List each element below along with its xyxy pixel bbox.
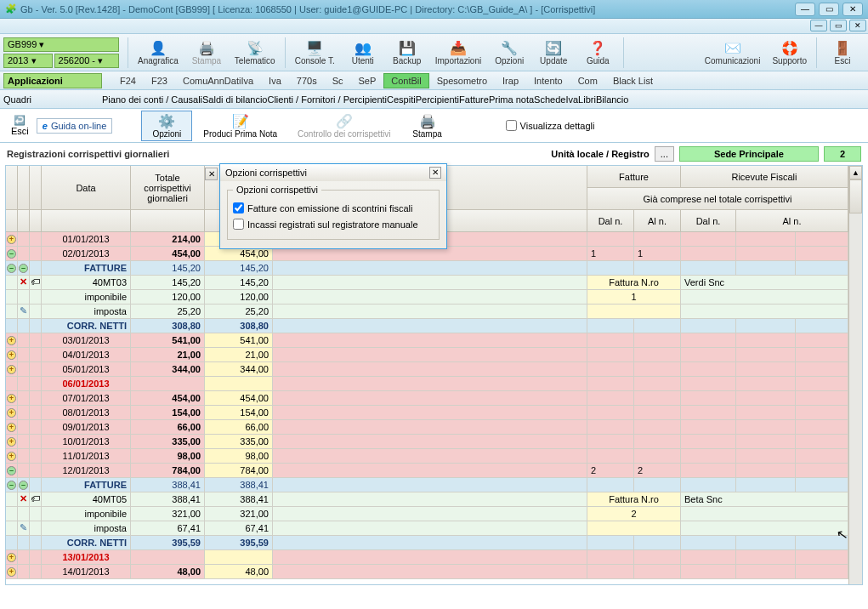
table-cell[interactable] bbox=[273, 420, 587, 435]
nav1-tab-spesometro[interactable]: Spesometro bbox=[429, 73, 495, 88]
esci-button[interactable]: 🚪Esci bbox=[820, 37, 865, 68]
table-cell[interactable] bbox=[736, 232, 796, 247]
table-cell[interactable] bbox=[18, 565, 30, 579]
table-cell[interactable] bbox=[273, 290, 587, 304]
table-cell[interactable] bbox=[634, 391, 681, 406]
table-cell[interactable] bbox=[18, 391, 30, 406]
tag-icon[interactable]: 🏷 bbox=[31, 276, 40, 287]
table-cell[interactable]: 154,00 bbox=[205, 406, 273, 420]
table-cell[interactable] bbox=[681, 478, 736, 492]
table-cell[interactable]: 454,00 bbox=[205, 391, 273, 406]
expand-icon[interactable]: + bbox=[7, 437, 16, 447]
table-cell[interactable] bbox=[796, 362, 848, 377]
close-button[interactable]: ✕ bbox=[842, 3, 863, 16]
table-cell[interactable]: 335,00 bbox=[205, 435, 273, 449]
table-cell[interactable] bbox=[634, 333, 681, 348]
table-cell[interactable] bbox=[18, 348, 30, 362]
table-cell[interactable] bbox=[681, 536, 736, 550]
table-cell[interactable] bbox=[681, 290, 848, 304]
table-cell[interactable]: 48,00 bbox=[131, 565, 205, 579]
table-cell[interactable]: 25,20 bbox=[131, 304, 205, 319]
nav1-tab-770s[interactable]: 770s bbox=[289, 73, 325, 88]
table-cell[interactable]: 784,00 bbox=[205, 464, 273, 478]
table-cell[interactable] bbox=[30, 391, 42, 406]
col-gia[interactable]: Già comprese nel totale corrispettivi bbox=[587, 188, 848, 210]
table-cell[interactable] bbox=[796, 377, 848, 391]
table-cell[interactable] bbox=[587, 377, 634, 391]
expand-icon[interactable]: + bbox=[7, 423, 16, 432]
edit-icon[interactable]: ✎ bbox=[20, 522, 27, 532]
table-cell[interactable] bbox=[587, 536, 634, 550]
table-cell[interactable]: 321,00 bbox=[131, 507, 205, 521]
utenti-button[interactable]: 👥Utenti bbox=[341, 37, 385, 68]
table-cell[interactable] bbox=[634, 362, 681, 377]
table-cell[interactable] bbox=[796, 420, 848, 435]
table-cell[interactable] bbox=[681, 420, 736, 435]
table-cell[interactable] bbox=[736, 464, 796, 478]
table-cell[interactable]: 10/01/2013 bbox=[42, 435, 131, 449]
nav1-tab-f24[interactable]: F24 bbox=[112, 73, 144, 88]
table-cell[interactable]: + bbox=[6, 391, 18, 406]
table-cell[interactable] bbox=[736, 348, 796, 362]
table-cell[interactable]: ✎ bbox=[18, 304, 30, 319]
table-cell[interactable] bbox=[30, 507, 42, 521]
table-cell[interactable]: 07/01/2013 bbox=[42, 391, 131, 406]
table-cell[interactable] bbox=[273, 435, 587, 449]
table-cell[interactable]: 145,20 bbox=[205, 276, 273, 290]
nav2-tab-prima-nota[interactable]: Prima nota bbox=[489, 94, 534, 105]
table-cell[interactable] bbox=[634, 420, 681, 435]
table-cell[interactable] bbox=[681, 232, 736, 247]
table-cell[interactable] bbox=[273, 521, 587, 536]
nav1-tab-sep[interactable]: SeP bbox=[350, 73, 383, 88]
table-cell[interactable] bbox=[736, 420, 796, 435]
table-cell[interactable]: Fattura N.ro bbox=[587, 276, 681, 290]
table-cell[interactable] bbox=[18, 247, 30, 261]
chk-fatture-scontrini[interactable] bbox=[233, 202, 244, 213]
table-cell[interactable]: imponibile bbox=[42, 290, 131, 304]
table-cell[interactable]: 308,80 bbox=[205, 319, 273, 333]
table-cell[interactable]: – bbox=[6, 247, 18, 261]
table-cell[interactable] bbox=[681, 435, 736, 449]
table-cell[interactable]: 67,41 bbox=[131, 521, 205, 536]
table-cell[interactable] bbox=[131, 377, 205, 391]
table-cell[interactable] bbox=[30, 333, 42, 348]
table-cell[interactable] bbox=[587, 406, 634, 420]
col-aln-f[interactable]: Al n. bbox=[634, 210, 681, 232]
expand-icon[interactable]: + bbox=[7, 408, 16, 418]
table-cell[interactable] bbox=[681, 464, 736, 478]
table-cell[interactable] bbox=[30, 319, 42, 333]
table-cell[interactable] bbox=[30, 420, 42, 435]
table-cell[interactable] bbox=[273, 565, 587, 579]
nav1-tab-com[interactable]: Com bbox=[570, 73, 605, 88]
table-cell[interactable] bbox=[273, 406, 587, 420]
table-cell[interactable]: – bbox=[18, 478, 30, 492]
table-cell[interactable] bbox=[273, 319, 587, 333]
table-cell[interactable]: 67,41 bbox=[205, 521, 273, 536]
table-cell[interactable]: CORR. NETTI bbox=[42, 536, 131, 550]
table-cell[interactable] bbox=[796, 319, 848, 333]
mdi-restore-button[interactable]: ▭ bbox=[830, 20, 847, 31]
importazioni-button[interactable]: 📥Importazioni bbox=[429, 37, 487, 68]
table-cell[interactable]: 1 bbox=[634, 247, 681, 261]
table-cell[interactable] bbox=[6, 290, 18, 304]
table-cell[interactable] bbox=[736, 478, 796, 492]
table-cell[interactable] bbox=[634, 319, 681, 333]
table-cell[interactable] bbox=[273, 348, 587, 362]
table-cell[interactable]: ✎ bbox=[18, 521, 30, 536]
table-cell[interactable] bbox=[30, 377, 42, 391]
table-cell[interactable]: 66,00 bbox=[205, 420, 273, 435]
table-cell[interactable] bbox=[273, 377, 587, 391]
nav2-tab-fatture[interactable]: Fatture bbox=[459, 94, 489, 105]
table-cell[interactable]: – bbox=[18, 261, 30, 276]
table-cell[interactable] bbox=[30, 565, 42, 579]
table-cell[interactable] bbox=[681, 377, 736, 391]
table-cell[interactable] bbox=[205, 377, 273, 391]
table-cell[interactable] bbox=[18, 290, 30, 304]
table-cell[interactable] bbox=[796, 550, 848, 565]
table-cell[interactable] bbox=[18, 420, 30, 435]
table-cell[interactable] bbox=[18, 232, 30, 247]
table-cell[interactable] bbox=[6, 507, 18, 521]
table-cell[interactable]: 13/01/2013 bbox=[42, 550, 131, 565]
table-cell[interactable] bbox=[736, 391, 796, 406]
table-cell[interactable]: 25,20 bbox=[205, 304, 273, 319]
